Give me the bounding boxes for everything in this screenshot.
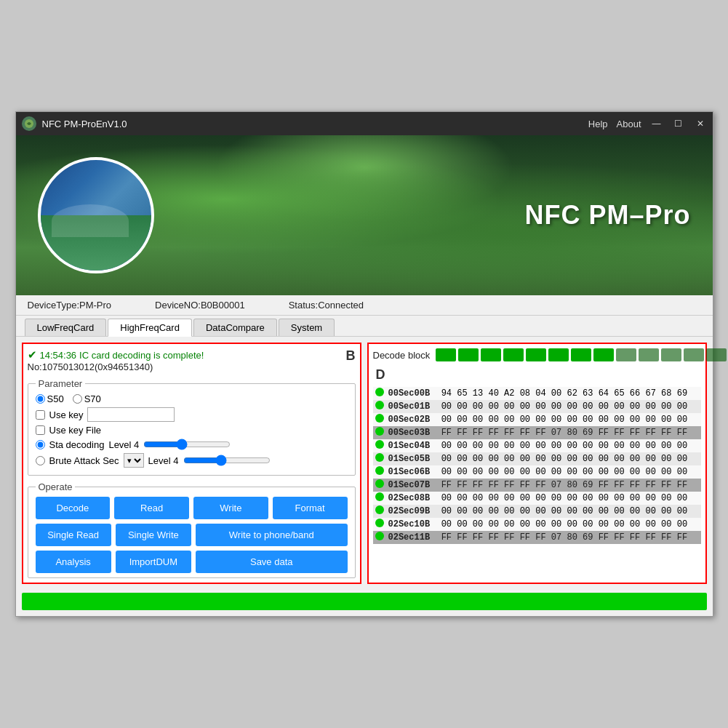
row-indicator: [375, 453, 384, 462]
app-window: NFC PM-ProEnV1.0 Help About — ☐ ✕ NFC PM…: [15, 111, 713, 617]
row-indicator: [375, 505, 384, 514]
analysis-button[interactable]: Analysis: [36, 551, 111, 573]
about-link[interactable]: About: [617, 119, 641, 129]
section-d-label: D: [376, 367, 701, 383]
row-data: FF FF FF FF FF FF FF 07 80 69 FF FF FF F…: [439, 479, 701, 492]
single-write-button[interactable]: Single Write: [116, 524, 191, 546]
s50-radio-label[interactable]: S50: [36, 393, 64, 404]
row-address: 01Sec06B: [386, 465, 439, 479]
format-button[interactable]: Format: [273, 497, 348, 519]
sta-decoding-row: Sta decoding Level 4: [36, 439, 348, 450]
decode-block-13: [706, 348, 727, 361]
row-indicator: [375, 388, 384, 396]
decode-block-11: [661, 348, 681, 361]
single-read-button[interactable]: Single Read: [36, 524, 111, 546]
row-indicator: [375, 532, 384, 540]
brute-attack-select[interactable]: ▾: [124, 453, 144, 468]
device-type: DeviceType:PM-Pro: [28, 300, 112, 311]
row-indicator: [375, 401, 384, 409]
row-indicator: [375, 479, 384, 488]
operate-group: Operate Decode Read Write Format Single …: [28, 481, 356, 578]
card-type-row: S50 S70: [36, 393, 348, 404]
table-row: 00Sec03BFF FF FF FF FF FF FF 07 80 69 FF…: [373, 426, 701, 439]
device-no: DeviceNO:B0B00001: [155, 300, 245, 311]
row-address: 01Sec07B: [386, 479, 439, 492]
table-row: 02Sec10B00 00 00 00 00 00 00 00 00 00 00…: [373, 518, 701, 531]
row-indicator: [375, 492, 384, 501]
tab-highfreqcard[interactable]: HighFreqCard: [108, 319, 192, 337]
row-indicator: [375, 466, 384, 475]
use-key-file-row: Use key File: [36, 425, 348, 436]
help-link[interactable]: Help: [588, 119, 608, 129]
use-key-file-checkbox[interactable]: [36, 425, 45, 435]
decode-block-1: [436, 348, 456, 361]
status-bar: DeviceType:PM-Pro DeviceNO:B0B00001 Stat…: [16, 295, 713, 316]
decode-block-3: [481, 348, 501, 361]
close-button[interactable]: ✕: [694, 117, 707, 130]
import-dum-button[interactable]: ImportDUM: [116, 551, 191, 573]
use-key-input[interactable]: [87, 407, 175, 422]
s70-radio-label[interactable]: S70: [73, 393, 101, 404]
row-data: 00 00 00 00 00 00 00 00 00 00 00 00 00 0…: [439, 452, 701, 465]
parameter-group: Parameter S50 S70 Use key: [28, 378, 356, 476]
brute-level-slider[interactable]: [183, 455, 271, 466]
message-area: ✔ 14:54:36 IC card decoding is complete!…: [28, 348, 204, 372]
operate-legend: Operate: [36, 481, 76, 492]
use-key-checkbox[interactable]: [36, 410, 45, 420]
decode-blocks-container: [436, 348, 728, 361]
row-address: 00Sec02B: [386, 413, 439, 426]
row-data: 00 00 00 00 00 00 00 00 00 00 00 00 00 0…: [439, 505, 701, 518]
decode-block-8: [593, 348, 614, 361]
window-controls: Help About — ☐ ✕: [588, 117, 707, 130]
row-data: 00 00 00 00 00 00 00 00 00 00 00 00 00 0…: [439, 439, 701, 452]
maximize-button[interactable]: ☐: [672, 117, 685, 130]
write-to-phone-button[interactable]: Write to phone/band: [196, 524, 348, 546]
message-text: IC card decoding is complete!: [79, 350, 204, 361]
main-content: ✔ 14:54:36 IC card decoding is complete!…: [16, 337, 713, 590]
minimize-button[interactable]: —: [650, 117, 663, 130]
decode-block-row: Decode block: [373, 348, 701, 361]
decode-block-2: [458, 348, 479, 361]
section-b-label: B: [346, 348, 356, 364]
tab-datacompare[interactable]: DataCompare: [193, 319, 277, 336]
s70-radio[interactable]: [73, 394, 82, 404]
use-key-file-label: Use key File: [49, 425, 102, 436]
row-indicator: [375, 440, 384, 449]
row-data: 00 00 00 00 00 00 00 00 00 00 00 00 00 0…: [439, 400, 701, 413]
brute-attack-label: Brute Attack Sec: [49, 455, 119, 466]
parameter-legend: Parameter: [36, 378, 86, 389]
card-id: No:1075013012(0x94651340): [28, 361, 204, 372]
save-data-button[interactable]: Save data: [196, 551, 348, 573]
table-row: 00Sec00B94 65 13 40 A2 08 04 00 62 63 64…: [373, 387, 701, 400]
row-address: 01Sec05B: [386, 452, 439, 465]
banner-title: NFC PM–Pro: [524, 200, 690, 231]
right-panel: Decode block: [367, 343, 707, 584]
decode-block-9: [616, 348, 636, 361]
row-data: 00 00 00 00 00 00 00 00 00 00 00 00 00 0…: [439, 492, 701, 505]
s50-radio[interactable]: [36, 394, 45, 404]
read-button[interactable]: Read: [114, 497, 189, 519]
brute-attack-radio[interactable]: [36, 456, 45, 465]
operate-buttons-row3: Analysis ImportDUM Save data: [36, 551, 348, 573]
sta-decoding-radio[interactable]: [36, 440, 45, 449]
message-time: 14:54:36: [40, 350, 77, 361]
decode-block-6: [548, 348, 569, 361]
tab-system[interactable]: System: [279, 319, 335, 336]
tab-lowfreqcard[interactable]: LowFreqCard: [25, 319, 107, 336]
table-row: 02Sec08B00 00 00 00 00 00 00 00 00 00 00…: [373, 492, 701, 505]
row-address: 02Sec11B: [386, 531, 439, 544]
row-data: 00 00 00 00 00 00 00 00 00 00 00 00 00 0…: [439, 465, 701, 479]
decode-block-5: [526, 348, 546, 361]
success-message: ✔ 14:54:36 IC card decoding is complete!: [28, 348, 204, 361]
decode-button[interactable]: Decode: [36, 497, 111, 519]
row-address: 02Sec08B: [386, 492, 439, 505]
table-row: 02Sec09B00 00 00 00 00 00 00 00 00 00 00…: [373, 505, 701, 518]
sta-level-slider[interactable]: [143, 439, 231, 450]
row-data: 00 00 00 00 00 00 00 00 00 00 00 00 00 0…: [439, 413, 701, 426]
row-address: 00Sec01B: [386, 400, 439, 413]
decode-block-12: [684, 348, 704, 361]
sta-decoding-label: Sta decoding: [49, 439, 105, 450]
row-address: 02Sec10B: [386, 518, 439, 531]
write-button[interactable]: Write: [193, 497, 268, 519]
row-indicator: [375, 427, 384, 436]
